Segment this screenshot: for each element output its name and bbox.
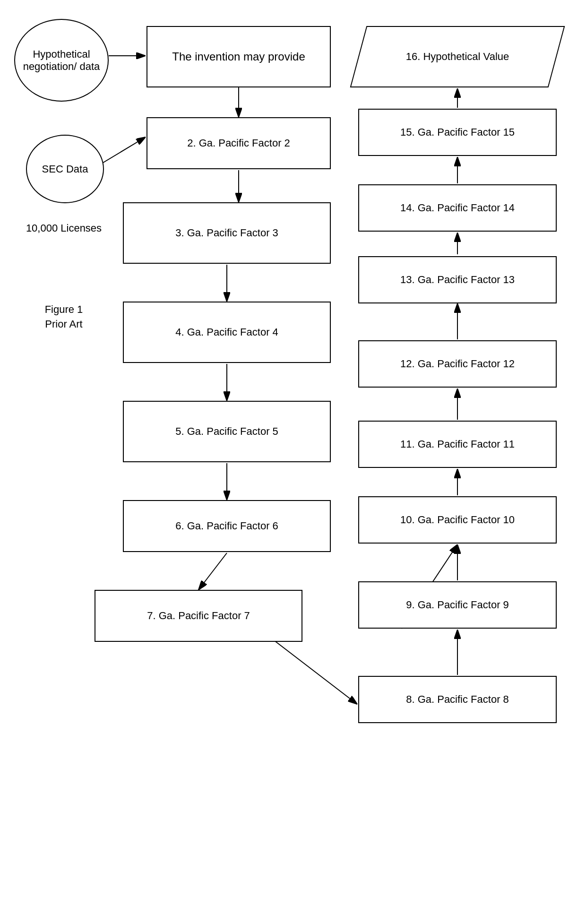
svg-line-18 (274, 640, 357, 704)
box-factor11: 11. Ga. Pacific Factor 11 (358, 421, 557, 468)
diagram-container: Hypothetical negotiation/ data SEC Data … (0, 0, 586, 924)
ellipse-sec-label: SEC Data (42, 163, 88, 175)
box-factor5: 5. Ga. Pacific Factor 5 (123, 401, 331, 462)
box-factor7: 7. Ga. Pacific Factor 7 (95, 590, 302, 642)
label-figure: Figure 1Prior Art (21, 302, 106, 332)
box-invention: The invention may provide (146, 26, 331, 87)
box-factor15: 15. Ga. Pacific Factor 15 (358, 109, 557, 156)
box-factor9: 9. Ga. Pacific Factor 9 (358, 581, 557, 629)
box-factor10: 10. Ga. Pacific Factor 10 (358, 496, 557, 544)
ellipse-hypothetical: Hypothetical negotiation/ data (14, 19, 109, 102)
box-factor2: 2. Ga. Pacific Factor 2 (146, 117, 331, 169)
parallelogram-16: 16. Hypothetical Value (358, 26, 557, 87)
box-factor3: 3. Ga. Pacific Factor 3 (123, 202, 331, 264)
box-factor12: 12. Ga. Pacific Factor 12 (358, 340, 557, 388)
box-factor4: 4. Ga. Pacific Factor 4 (123, 302, 331, 363)
box-factor6: 6. Ga. Pacific Factor 6 (123, 500, 331, 552)
ellipse-sec: SEC Data (26, 135, 104, 203)
label-licenses: 10,000 Licenses (21, 222, 106, 234)
ellipse-hypothetical-label: Hypothetical negotiation/ data (15, 48, 108, 73)
svg-line-9 (198, 553, 227, 590)
box-factor13: 13. Ga. Pacific Factor 13 (358, 256, 557, 303)
parallelogram-label: 16. Hypothetical Value (406, 51, 509, 63)
box-factor14: 14. Ga. Pacific Factor 14 (358, 184, 557, 232)
box-factor8: 8. Ga. Pacific Factor 8 (358, 676, 557, 723)
